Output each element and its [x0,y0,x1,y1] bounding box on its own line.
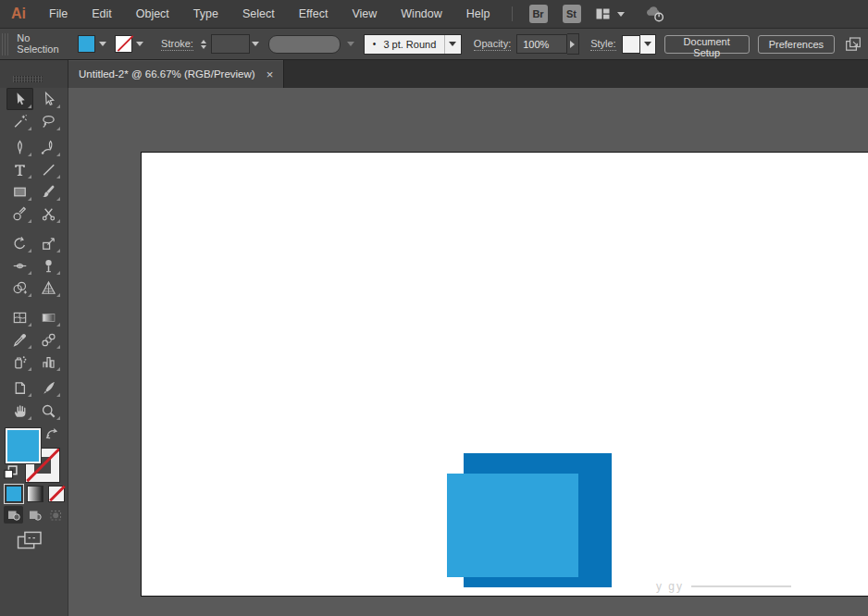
shaper-tool[interactable] [6,203,33,225]
panel-grip[interactable] [2,33,9,55]
chevron-down-icon[interactable] [250,35,261,53]
direct-selection-tool[interactable] [35,88,62,110]
draw-behind-button[interactable] [25,506,44,524]
draw-behind-icon [28,508,42,522]
brush-definition-combo [268,35,341,54]
scale-tool[interactable] [35,232,62,254]
fill-stroke-widget [0,423,68,484]
pen-tool[interactable] [6,136,33,158]
gradient-button[interactable] [27,486,43,502]
stroke-color-combo[interactable] [115,35,146,53]
slice-tool[interactable] [35,376,62,399]
symbol-sprayer-tool[interactable] [6,351,33,373]
curvature-tool[interactable] [35,136,62,158]
default-fill-stroke-icon[interactable] [4,465,18,483]
pen-icon [12,140,28,155]
menu-object[interactable]: Object [124,1,181,28]
color-button[interactable] [6,486,22,502]
swap-fill-stroke-icon[interactable] [44,426,60,444]
perspective-grid-tool[interactable] [35,277,62,299]
fill-swatch[interactable] [78,35,95,53]
magic-wand-tool[interactable] [6,110,33,132]
shape-builder-tool[interactable] [6,277,33,299]
tools-panel-header[interactable] [0,60,68,88]
lasso-tool[interactable] [35,110,62,132]
arrange-documents-icon[interactable] [844,36,862,53]
menu-effect[interactable]: Effect [287,1,341,28]
chevron-down-icon[interactable] [132,35,146,53]
menu-edit[interactable]: Edit [80,1,124,28]
line-segment-tool[interactable] [35,158,62,180]
magic-wand-icon [12,114,28,129]
style-combo[interactable] [622,34,656,55]
rectangle-tool[interactable] [6,180,33,203]
draw-inside-button[interactable] [46,506,66,524]
chevron-down-icon[interactable] [640,34,656,55]
stroke-label[interactable]: Stroke: [161,38,193,51]
blend-tool[interactable] [35,328,62,351]
shape-builder-icon [12,280,28,296]
perspective-grid-icon [41,280,56,296]
width-tool[interactable] [6,254,33,277]
bridge-badge[interactable]: Br [529,5,548,23]
rotate-icon [12,236,28,252]
variable-width-profile-combo[interactable]: • 3 pt. Round [364,34,462,55]
puppet-warp-icon [41,258,56,274]
style-label[interactable]: Style: [590,38,616,51]
direct-selection-icon [41,92,56,107]
menu-select[interactable]: Select [230,1,287,28]
gradient-tool[interactable] [35,306,62,328]
none-button[interactable] [48,486,65,502]
workspace-switcher[interactable] [594,6,625,21]
menu-file[interactable]: File [37,1,80,28]
symbol-sprayer-icon [12,354,28,370]
sync-status-icon[interactable] [643,5,667,23]
stroke-width-stepper[interactable] [199,35,209,54]
stroke-none-swatch[interactable] [115,35,132,53]
document-tab[interactable]: Untitled-2* @ 66.67% (RGB/Preview) × [68,60,284,88]
artboard-tool[interactable] [6,376,33,399]
draw-normal-button[interactable] [4,506,23,524]
fill-color-combo[interactable] [78,35,109,53]
opacity-label[interactable]: Opacity: [474,38,511,51]
paintbrush-tool[interactable] [35,180,62,203]
hand-icon [12,403,28,419]
menu-separator [512,6,513,21]
chevron-down-icon[interactable] [95,35,109,53]
puppet-warp-tool[interactable] [35,254,62,277]
menu-window[interactable]: Window [389,1,453,28]
drawing-mode-buttons [0,506,68,524]
artboard[interactable]: y gy [141,152,868,597]
stroke-width-field[interactable] [211,34,250,54]
chevron-down-icon[interactable] [444,35,461,54]
variable-width-value[interactable]: • 3 pt. Round [365,35,444,54]
document-setup-button[interactable]: Document Setup [664,35,750,54]
selection-tool[interactable] [6,88,33,110]
document-tab-title: Untitled-2* @ 66.67% (RGB/Preview) [79,68,255,80]
style-swatch[interactable] [622,35,640,54]
menu-view[interactable]: View [340,1,389,28]
preferences-button[interactable]: Preferences [758,35,835,54]
column-graph-tool[interactable] [35,351,62,373]
close-icon[interactable]: × [267,68,274,80]
canvas-area[interactable]: y gy [68,88,868,616]
stock-badge[interactable]: St [563,5,581,23]
eyedropper-icon [12,332,28,348]
rotate-tool[interactable] [6,232,33,254]
gradient-icon [41,310,56,326]
opacity-expand-arrow[interactable] [567,33,579,55]
type-tool[interactable] [6,158,33,180]
opacity-field[interactable]: 100% [516,34,566,54]
paintbrush-icon [41,184,56,200]
hand-tool[interactable] [6,400,33,422]
front-rectangle[interactable] [447,474,578,577]
eyedropper-tool[interactable] [6,328,33,351]
zoom-tool[interactable] [35,400,62,422]
change-screen-mode-icon[interactable] [17,530,44,554]
menu-type[interactable]: Type [181,1,230,28]
fill-indicator[interactable] [6,428,41,463]
line-segment-icon [41,162,56,178]
mesh-tool[interactable] [6,306,33,328]
scissors-tool[interactable] [35,203,62,225]
menu-help[interactable]: Help [454,1,502,28]
